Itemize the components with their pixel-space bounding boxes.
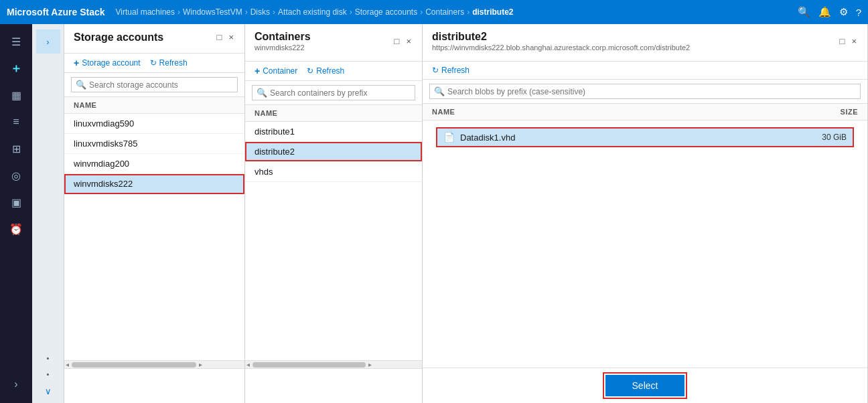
- select-button[interactable]: Select: [605, 375, 685, 396]
- storage-name-header: NAME: [74, 101, 96, 109]
- containers-blade-controls: □ ×: [393, 35, 413, 48]
- sidebar-menu[interactable]: ☰: [3, 29, 29, 54]
- list-item[interactable]: linuxvmdiag590: [64, 114, 244, 134]
- containers-blade-subtitle: winvmdisks222: [255, 44, 311, 52]
- search-storage-icon: 🔍: [76, 80, 86, 90]
- distribute-toolbar: ↻ Refresh: [423, 62, 867, 80]
- storage-search-box[interactable]: 🔍: [71, 77, 238, 92]
- breadcrumb-windows-test-vm[interactable]: WindowsTestVM: [183, 7, 242, 17]
- containers-name-header: NAME: [255, 109, 277, 117]
- containers-minimize-btn[interactable]: □: [393, 35, 401, 48]
- containers-toolbar: + Container ↻ Refresh: [245, 62, 422, 81]
- list-item[interactable]: linuxvmdisks785: [64, 134, 244, 154]
- storage-accounts-blade: Storage accounts □ × + Storage account: [64, 24, 245, 403]
- storage-list-header: NAME: [64, 97, 244, 114]
- blob-row-container: 📄 Datadisk1.vhd 30 GiB: [423, 120, 867, 154]
- storage-scroll[interactable]: ◂ ▸: [64, 360, 244, 368]
- breadcrumb-containers[interactable]: Containers: [425, 7, 464, 17]
- scroll-right-btn[interactable]: ▸: [199, 361, 202, 368]
- distribute2-item[interactable]: distribute2: [245, 142, 422, 162]
- network-icon: ◎: [11, 169, 21, 182]
- storage-list: NAME linuxvmdiag590 linuxvmdisks785 winv…: [64, 97, 244, 360]
- chevron-right-icon: ›: [14, 378, 17, 390]
- help-icon[interactable]: ?: [856, 7, 861, 18]
- distribute-close-btn[interactable]: ×: [850, 35, 858, 48]
- scroll-left-btn[interactable]: ◂: [66, 361, 69, 368]
- grid-icon: ⊞: [12, 143, 21, 155]
- refresh-containers-icon: ↻: [307, 66, 313, 76]
- containers-scroll-left[interactable]: ◂: [246, 361, 250, 368]
- containers-search: 🔍: [245, 81, 422, 105]
- blob-size: 30 GiB: [822, 133, 847, 142]
- containers-blade-title: Containers: [255, 31, 311, 43]
- plus-storage-icon: +: [74, 58, 79, 68]
- breadcrumb-attach-disk[interactable]: Attach existing disk: [278, 7, 347, 17]
- storage-footer: [64, 368, 244, 403]
- containers-blade-header: Containers winvmdisks222 □ ×: [245, 24, 422, 62]
- storage-search: 🔍: [64, 73, 244, 97]
- breadcrumb-storage-accounts[interactable]: Storage accounts: [355, 7, 417, 17]
- distribute-search-input[interactable]: [447, 87, 856, 96]
- nav-panel-item[interactable]: ›: [36, 29, 60, 54]
- breadcrumb-virtual-machines[interactable]: Virtual machines: [116, 7, 175, 17]
- storage-minimize-btn[interactable]: □: [216, 31, 224, 44]
- nav-chevron-down[interactable]: ∨: [45, 386, 52, 396]
- resources-icon: ≡: [13, 116, 19, 128]
- sidebar-expand[interactable]: ›: [3, 372, 29, 396]
- sidebar-grid[interactable]: ⊞: [3, 137, 29, 161]
- breadcrumb-distribute2[interactable]: distribute2: [472, 7, 513, 17]
- distribute-minimize-btn[interactable]: □: [839, 35, 847, 48]
- distribute-size-header: SIZE: [841, 108, 858, 116]
- storage-close-btn[interactable]: ×: [227, 31, 235, 44]
- containers-close-btn[interactable]: ×: [405, 35, 413, 48]
- sidebar-dashboard[interactable]: ▦: [3, 83, 29, 107]
- add-container-btn[interactable]: + Container: [255, 66, 297, 76]
- distribute-search: 🔍: [423, 80, 867, 104]
- plus-icon: ＋: [10, 60, 22, 76]
- file-icon: 📄: [443, 132, 455, 143]
- winvmdisks222-item[interactable]: winvmdisks222: [64, 174, 244, 194]
- sidebar-network[interactable]: ◎: [3, 163, 29, 187]
- top-bar: Microsoft Azure Stack Virtual machines ›…: [0, 0, 868, 24]
- sidebar-new[interactable]: ＋: [3, 56, 29, 80]
- distribute-blade-header: distribute2 https://winvmdisks222.blob.s…: [423, 24, 867, 62]
- hamburger-icon: ☰: [11, 35, 21, 48]
- refresh-storage-icon: ↻: [150, 58, 157, 68]
- refresh-distribute-btn[interactable]: ↻ Refresh: [432, 66, 469, 75]
- search-containers-icon: 🔍: [257, 88, 267, 98]
- storage-blade-controls: □ ×: [216, 31, 235, 44]
- gear-icon[interactable]: ⚙: [839, 6, 848, 18]
- blob-name: Datadisk1.vhd: [460, 133, 822, 143]
- sidebar-storage[interactable]: ▣: [3, 190, 29, 214]
- nav-dot-2[interactable]: •: [47, 370, 50, 378]
- refresh-storage-btn[interactable]: ↻ Refresh: [150, 58, 188, 68]
- containers-search-input[interactable]: [270, 88, 411, 98]
- distribute-search-box[interactable]: 🔍: [429, 84, 861, 99]
- containers-scroll[interactable]: ◂ ▸: [245, 360, 422, 368]
- refresh-containers-btn[interactable]: ↻ Refresh: [307, 66, 344, 76]
- distribute-list-header: NAME SIZE: [423, 104, 867, 120]
- containers-scroll-right[interactable]: ▸: [368, 361, 372, 368]
- sidebar-clock[interactable]: ⏰: [3, 217, 29, 241]
- breadcrumb-disks[interactable]: Disks: [250, 7, 270, 17]
- refresh-distribute-icon: ↻: [432, 66, 439, 75]
- distribute-blade: distribute2 https://winvmdisks222.blob.s…: [423, 24, 868, 403]
- sidebar-resources[interactable]: ≡: [3, 110, 29, 134]
- containers-list: NAME distribute1 distribute2 vhds: [245, 105, 422, 360]
- top-bar-icons: 🔍 🔔 ⚙ ?: [798, 6, 861, 18]
- vhds-item[interactable]: vhds: [245, 162, 422, 182]
- distribute-name-header: NAME: [432, 108, 455, 116]
- storage-search-input[interactable]: [89, 80, 233, 90]
- list-item[interactable]: winvmdiag200: [64, 154, 244, 174]
- plus-container-icon: +: [255, 66, 260, 76]
- distribute-blade-controls: □ ×: [839, 35, 858, 48]
- datadisk-blob-row[interactable]: 📄 Datadisk1.vhd 30 GiB: [436, 127, 854, 147]
- containers-search-box[interactable]: 🔍: [252, 85, 415, 100]
- distribute1-item[interactable]: distribute1: [245, 122, 422, 142]
- add-storage-account-btn[interactable]: + Storage account: [74, 58, 141, 68]
- bell-icon[interactable]: 🔔: [818, 6, 831, 18]
- nav-dot-1[interactable]: •: [47, 354, 50, 362]
- search-icon[interactable]: 🔍: [798, 6, 810, 18]
- distribute-blade-subtitle: https://winvmdisks222.blob.shanghai.azur…: [432, 44, 690, 52]
- clock-icon: ⏰: [9, 223, 23, 236]
